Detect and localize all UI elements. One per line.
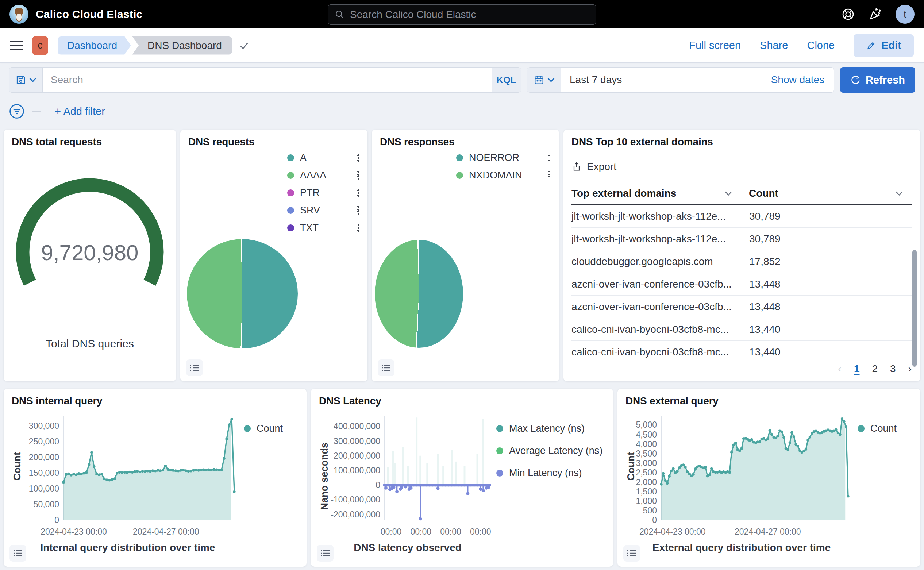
legend-swatch bbox=[244, 425, 251, 432]
count-cell: 13,440 bbox=[742, 341, 912, 363]
legend-swatch bbox=[496, 425, 503, 432]
brand: Calico Cloud Elastic bbox=[9, 5, 143, 24]
legend-action-icon[interactable] bbox=[548, 171, 550, 180]
svg-text:4,000: 4,000 bbox=[636, 439, 657, 449]
legend-action-icon[interactable] bbox=[357, 224, 359, 233]
page-button-3[interactable]: 3 bbox=[890, 363, 896, 375]
global-search-input[interactable] bbox=[350, 9, 589, 20]
y-axis-label: Count bbox=[12, 452, 23, 481]
legend-swatch bbox=[858, 425, 864, 432]
date-menu[interactable] bbox=[527, 67, 561, 92]
legend-item[interactable]: PTR bbox=[287, 187, 359, 199]
legend-toggle-button[interactable] bbox=[623, 545, 640, 562]
domain-cell: azcni-over-ivan-conference-03cfb... bbox=[572, 301, 742, 313]
app-title: Calico Cloud Elastic bbox=[36, 8, 143, 20]
svg-text:300,000,000: 300,000,000 bbox=[334, 437, 380, 446]
space-badge[interactable]: c bbox=[32, 36, 48, 55]
column-header-domains[interactable]: Top external domains bbox=[572, 188, 742, 199]
legend-item[interactable]: TXT bbox=[287, 222, 359, 234]
filter-dash bbox=[32, 110, 41, 112]
legend-item[interactable]: AAAA bbox=[287, 170, 359, 181]
news-party-icon[interactable] bbox=[869, 8, 882, 21]
saved-query-menu[interactable] bbox=[9, 67, 43, 92]
legend-toggle-button[interactable] bbox=[317, 545, 334, 562]
legend-swatch bbox=[496, 447, 503, 454]
legend-label: Count bbox=[870, 423, 896, 434]
internal-query-chart: 300,000250,000200,000150,000100,00050,00… bbox=[12, 412, 244, 541]
legend-item[interactable]: Average Latency (ns) bbox=[496, 445, 606, 457]
svg-text:2024-04-23 00:00: 2024-04-23 00:00 bbox=[639, 527, 706, 536]
export-button[interactable]: Export bbox=[572, 161, 912, 173]
clone-button[interactable]: Clone bbox=[807, 40, 835, 51]
count-cell: 13,440 bbox=[742, 318, 912, 340]
legend-item[interactable]: SRV bbox=[287, 205, 359, 216]
calendar-icon bbox=[533, 74, 544, 86]
add-filter-button[interactable]: + Add filter bbox=[55, 106, 105, 118]
panel-dns-latency: DNS Latency Nano seconds 400,000,000300,… bbox=[311, 389, 613, 567]
svg-text:3,000: 3,000 bbox=[636, 458, 657, 468]
domain-cell: jlt-worksh-jlt-workshop-aks-112e... bbox=[572, 211, 742, 222]
panel-title: DNS Top 10 external domains bbox=[572, 136, 912, 148]
prev-page-button[interactable]: ‹ bbox=[838, 363, 841, 375]
save-icon bbox=[15, 74, 26, 86]
table-row: jlt-worksh-jlt-workshop-aks-112e...30,78… bbox=[572, 228, 912, 250]
legend-action-icon[interactable] bbox=[548, 154, 550, 162]
time-range-value[interactable]: Last 7 days bbox=[561, 74, 622, 86]
list-icon bbox=[13, 549, 23, 557]
query-bar: KQL Last 7 days Show dates Refresh bbox=[0, 63, 924, 93]
saved-check-icon bbox=[239, 40, 250, 51]
legend-item[interactable]: Count bbox=[244, 423, 299, 434]
legend-item[interactable]: NXDOMAIN bbox=[456, 170, 550, 181]
svg-text:00:00: 00:00 bbox=[470, 527, 491, 536]
global-search[interactable] bbox=[328, 5, 596, 25]
chevron-down-icon bbox=[895, 191, 903, 196]
refresh-button[interactable]: Refresh bbox=[840, 67, 915, 93]
edit-button[interactable]: Edit bbox=[854, 34, 914, 57]
legend-action-icon[interactable] bbox=[357, 171, 359, 180]
filter-icon[interactable] bbox=[9, 103, 25, 120]
kql-search-input[interactable] bbox=[43, 67, 492, 92]
legend-swatch bbox=[287, 189, 294, 196]
legend-item[interactable]: Min Latency (ns) bbox=[496, 467, 606, 479]
svg-text:3,500: 3,500 bbox=[636, 449, 657, 458]
legend-item[interactable]: NOERROR bbox=[456, 152, 550, 164]
legend-label: Count bbox=[257, 423, 283, 434]
global-header: Calico Cloud Elastic t bbox=[0, 0, 924, 29]
column-header-count[interactable]: Count bbox=[742, 188, 912, 199]
show-dates-button[interactable]: Show dates bbox=[771, 74, 834, 86]
table-row: azcni-over-ivan-conference-03cfb...13,44… bbox=[572, 273, 912, 296]
panel-dns-total-requests: DNS total requests 9,720,980 Total DNS q… bbox=[4, 130, 176, 382]
list-icon bbox=[627, 549, 636, 557]
legend-action-icon[interactable] bbox=[357, 206, 359, 215]
legend-item[interactable]: Max Latency (ns) bbox=[496, 423, 606, 434]
share-button[interactable]: Share bbox=[760, 40, 788, 51]
domain-cell: calico-cni-ivan-byocni-03cfb8-mc... bbox=[572, 324, 742, 336]
legend-label: TXT bbox=[300, 222, 319, 234]
next-page-button[interactable]: › bbox=[908, 363, 912, 375]
page-button-2[interactable]: 2 bbox=[872, 363, 878, 375]
svg-text:2024-04-23 00:00: 2024-04-23 00:00 bbox=[40, 527, 107, 536]
legend-action-icon[interactable] bbox=[357, 154, 359, 162]
svg-text:-100,000,000: -100,000,000 bbox=[331, 495, 380, 504]
legend-action-icon[interactable] bbox=[357, 188, 359, 198]
breadcrumb-dashboard[interactable]: Dashboard bbox=[58, 37, 131, 55]
domain-cell: calico-cni-ivan-byocni-03cfb8-mc... bbox=[572, 346, 742, 358]
user-avatar[interactable]: t bbox=[895, 5, 915, 24]
legend-toggle-button[interactable] bbox=[186, 359, 203, 376]
table-scrollbar[interactable] bbox=[912, 250, 917, 367]
legend-toggle-button[interactable] bbox=[378, 359, 394, 376]
page-button-1[interactable]: 1 bbox=[854, 363, 860, 375]
help-icon[interactable] bbox=[841, 8, 855, 21]
full-screen-button[interactable]: Full screen bbox=[689, 40, 741, 51]
svg-text:0: 0 bbox=[652, 515, 657, 525]
panel-dns-top-domains: DNS Top 10 external domains Export Top e… bbox=[564, 130, 920, 382]
kql-toggle[interactable]: KQL bbox=[492, 67, 521, 92]
menu-hamburger-icon[interactable] bbox=[10, 41, 23, 51]
legend-swatch bbox=[287, 154, 294, 161]
legend-toggle-button[interactable] bbox=[9, 545, 26, 562]
legend-item[interactable]: Count bbox=[858, 423, 912, 434]
search-icon bbox=[335, 9, 345, 20]
chart-legend: Max Latency (ns)Average Latency (ns)Min … bbox=[496, 412, 606, 553]
legend-item[interactable]: A bbox=[287, 152, 359, 164]
svg-text:250,000: 250,000 bbox=[29, 437, 59, 446]
